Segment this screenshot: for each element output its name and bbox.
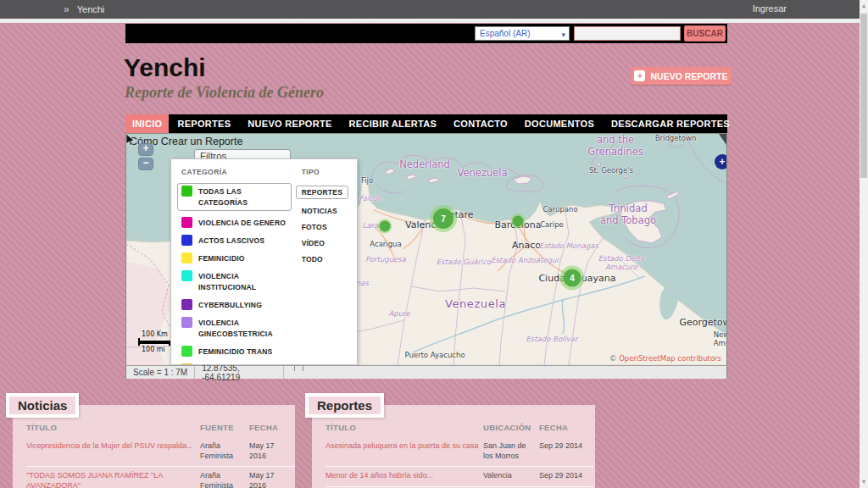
reports-cell-title: Menor de 14 años habría sido... xyxy=(326,467,483,487)
search-input[interactable] xyxy=(574,26,681,41)
reports-row: Menor de 14 años habría sido...ValenciaS… xyxy=(326,467,593,487)
news-cell-title: Vicepresidencia de la Mujer del PSUV res… xyxy=(26,437,200,467)
map-widget: and the GrenadinesBridgetownNederlandVen… xyxy=(125,133,727,379)
news-title-link[interactable]: "TODAS SOMOS JUANA RAMÍREZ "LA AVANZADOR… xyxy=(26,471,163,488)
news-col-title: TÍTULO xyxy=(26,423,200,437)
scrollbar-thumb[interactable] xyxy=(860,14,867,178)
news-title-link[interactable]: Vicepresidencia de la Mujer del PSUV res… xyxy=(26,441,192,450)
nav-item-inicio[interactable]: INICIO xyxy=(125,114,169,133)
nav-item-contacto[interactable]: CONTACTO xyxy=(445,114,516,133)
map-canvas[interactable]: and the GrenadinesBridgetownNederlandVen… xyxy=(126,134,726,365)
category-color-swatch xyxy=(181,363,192,365)
reports-cell-location: San Juan de los Morros xyxy=(483,437,539,467)
news-cell-date: May 17 2016 xyxy=(249,467,295,488)
new-report-label: NUEVO REPORTE xyxy=(650,71,727,81)
new-report-button[interactable]: + NUEVO REPORTE xyxy=(631,67,732,85)
category-label: VIOLENCIA GINECOBSTETRICIA xyxy=(198,317,273,340)
type-noticias[interactable]: NOTICIAS xyxy=(302,207,348,215)
category-column: CATEGORÍA TODAS LAS CATEGORÍASVIOLENCIA … xyxy=(181,168,292,364)
nav-item-nuevo-reporte[interactable]: NUEVO REPORTE xyxy=(239,114,340,133)
news-col-source: FUENTE xyxy=(200,423,249,437)
type-todo[interactable]: TODO xyxy=(302,255,348,263)
page-scrollbar: ▲ ▼ xyxy=(860,0,868,488)
nav-item-documentos[interactable]: DOCUMENTOS xyxy=(516,114,603,133)
reports-cell-date: Sep 29 2014 xyxy=(539,437,593,467)
page-subtitle: Reporte de Violencia de Género xyxy=(125,84,324,102)
type-list: REPORTESNOTICIASFOTOSVÍDEOTODO xyxy=(302,183,348,263)
reports-title-link[interactable]: Asesinada peluquera en la puerta de su c… xyxy=(326,441,479,450)
nav-item-recibir-alertas[interactable]: RECIBIR ALERTAS xyxy=(341,114,446,133)
category-header: CATEGORÍA xyxy=(181,168,292,176)
category-violencia-de-genero[interactable]: VIOLENCIA DE GENERO xyxy=(181,217,292,229)
search-button[interactable]: BUSCAR xyxy=(684,25,726,42)
filters-panel: CATEGORÍA TODAS LAS CATEGORÍASVIOLENCIA … xyxy=(170,158,358,365)
map-marker-cluster[interactable]: 4 xyxy=(564,269,581,287)
category-label: VIOLENCIA INSTITUCIONAL xyxy=(198,270,292,293)
category-feminicidio[interactable]: FEMINICIDIO xyxy=(181,252,292,264)
collapse-icon: » xyxy=(64,3,70,15)
map-marker[interactable] xyxy=(513,216,524,227)
map-marker[interactable] xyxy=(380,221,391,232)
category-color-swatch xyxy=(181,317,192,328)
zoom-out-button[interactable]: − xyxy=(138,158,153,170)
category-label: TODAS LAS CATEGORÍAS xyxy=(198,186,287,208)
category-trata-de-personas-esclavitud-sexual[interactable]: TRATA DE PERSONAS (ESCLAVITUD SEXUAL) xyxy=(181,363,292,365)
language-select[interactable]: Español (AR) ▾ xyxy=(475,26,570,41)
category-label: VIOLENCIA DE GENERO xyxy=(198,217,286,229)
news-cell-title: "TODAS SOMOS JUANA RAMÍREZ "LA AVANZADOR… xyxy=(26,467,200,488)
map-expand-button[interactable]: + xyxy=(715,154,726,169)
category-todas-las-categor-as[interactable]: TODAS LAS CATEGORÍAS xyxy=(177,183,292,211)
type-column: TIPO REPORTESNOTICIASFOTOSVÍDEOTODO xyxy=(302,168,348,364)
topbar-brand[interactable]: »Yenchi xyxy=(64,3,104,15)
zoom-in-button[interactable]: + xyxy=(138,143,153,156)
category-color-swatch xyxy=(181,217,192,228)
category-feminicidio-trans[interactable]: FEMINICIDIO TRANS xyxy=(181,346,292,358)
type-v-deo[interactable]: VÍDEO xyxy=(302,239,348,247)
map-zoom-controls: + − xyxy=(138,143,153,170)
map-statusbar: Scale = 1 : 7M 12.87535, -64.61219 xyxy=(126,365,726,379)
page-background: Español (AR) ▾ BUSCAR Yenchi Reporte de … xyxy=(0,23,860,488)
news-cell-source: Araña Feminista xyxy=(200,467,249,488)
statusbar-ticks xyxy=(284,366,318,379)
type-header: TIPO xyxy=(302,168,348,176)
nav-item-reportes[interactable]: REPORTES xyxy=(169,114,239,133)
admin-topbar: »Yenchi Ingresar xyxy=(0,0,860,19)
category-label: TRATA DE PERSONAS (ESCLAVITUD SEXUAL) xyxy=(198,363,283,365)
category-actos-lascivos[interactable]: ACTOS LASCIVOS xyxy=(181,235,292,247)
scrollbar-up-arrow[interactable]: ▲ xyxy=(860,0,868,12)
category-color-swatch xyxy=(181,252,192,263)
category-cyberbullying[interactable]: CYBERBULLYING xyxy=(181,299,292,311)
category-violencia-institucional[interactable]: VIOLENCIA INSTITUCIONAL xyxy=(181,270,292,293)
map-marker-cluster[interactable]: 7 xyxy=(433,208,453,229)
category-color-swatch xyxy=(181,235,192,246)
reports-section-title: Reportes xyxy=(305,393,384,418)
type-fotos[interactable]: FOTOS xyxy=(302,223,348,231)
plus-icon: + xyxy=(634,70,645,81)
map-corner-handle xyxy=(719,134,726,145)
news-cell-source: Araña Feminista xyxy=(200,437,249,467)
category-color-swatch xyxy=(181,299,192,310)
category-color-swatch xyxy=(181,346,192,357)
osm-attribution-link[interactable]: OpenStreetMap contributors xyxy=(619,354,721,363)
login-link[interactable]: Ingresar xyxy=(753,3,787,14)
reports-cell-title: Asesinada peluquera en la puerta de su c… xyxy=(326,437,483,467)
category-violencia-ginecobstetricia[interactable]: VIOLENCIA GINECOBSTETRICIA xyxy=(181,317,292,340)
reports-col-title: TÍTULO xyxy=(326,423,483,437)
reports-row: Asesinada peluquera en la puerta de su c… xyxy=(326,437,593,467)
news-row: "TODAS SOMOS JUANA RAMÍREZ "LA AVANZADOR… xyxy=(26,467,295,488)
map-attribution: © OpenStreetMap contributors xyxy=(609,354,721,363)
type-reportes[interactable]: REPORTES xyxy=(296,186,348,199)
category-label: FEMINICIDIO TRANS xyxy=(198,346,272,358)
category-label: ACTOS LASCIVOS xyxy=(198,235,264,247)
mouse-cursor-icon xyxy=(126,134,136,147)
news-section-title: Noticias xyxy=(6,393,79,418)
category-label: CYBERBULLYING xyxy=(198,299,262,311)
reports-col-location: UBICACIÓN xyxy=(483,423,539,437)
news-col-date: FECHA xyxy=(249,423,295,437)
category-color-swatch xyxy=(181,270,192,281)
nav-item-descargar-reportes[interactable]: DESCARGAR REPORTES xyxy=(603,114,738,133)
scrollbar-down-arrow[interactable]: ▼ xyxy=(860,476,868,488)
reports-title-link[interactable]: Menor de 14 años habría sido... xyxy=(326,471,433,480)
reports-cell-location: Valencia xyxy=(483,467,539,487)
news-row: Vicepresidencia de la Mujer del PSUV res… xyxy=(26,437,295,467)
